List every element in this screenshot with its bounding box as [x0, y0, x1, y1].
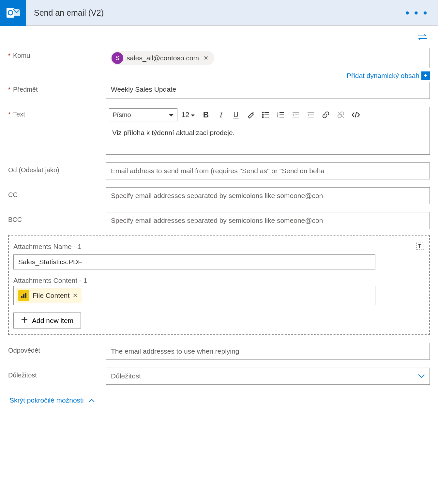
file-content-token: File Content ✕	[16, 288, 82, 303]
unlink-button[interactable]	[334, 108, 348, 121]
color-picker-button[interactable]	[244, 108, 258, 121]
swap-icon[interactable]	[417, 34, 427, 42]
bold-button[interactable]: B	[199, 108, 213, 121]
label-importance: Důležitost	[8, 368, 106, 379]
field-reply: Odpovědět	[8, 343, 430, 360]
token-label: File Content	[33, 292, 69, 299]
card-menu-button[interactable]: ● ● ●	[405, 8, 429, 17]
outlook-icon	[0, 0, 26, 26]
field-bcc: BCC	[8, 212, 430, 229]
to-input[interactable]: S sales_all@contoso.com ✕	[106, 48, 430, 68]
body-textarea[interactable]: Viz příloha k týdenní aktualizaci prodej…	[106, 123, 430, 154]
font-size-value: 12	[181, 111, 189, 119]
bcc-input[interactable]	[106, 212, 430, 229]
italic-button[interactable]: I	[214, 108, 228, 121]
card-title: Send an email (V2)	[34, 8, 405, 18]
add-dynamic-content-link[interactable]: Přidat dynamický obsah	[347, 72, 419, 80]
card-header: Send an email (V2) ● ● ●	[0, 0, 438, 26]
svg-point-7	[263, 117, 264, 118]
label-attachment-content: Attachments Content - 1	[13, 277, 105, 284]
svg-line-22	[355, 112, 356, 117]
remove-token-icon[interactable]: ✕	[73, 292, 78, 299]
font-picker[interactable]: Písmo	[109, 108, 177, 121]
field-cc: CC	[8, 187, 430, 204]
hide-advanced-toggle[interactable]: Skrýt pokročilé možnosti	[8, 392, 430, 411]
number-list-button[interactable]: 123	[274, 108, 288, 121]
font-picker-label: Písmo	[113, 111, 131, 119]
field-body: Text Písmo 12	[8, 107, 430, 155]
svg-text:T: T	[418, 243, 421, 249]
label-cc: CC	[8, 187, 106, 199]
card-body: Komu S sales_all@contoso.com ✕ Přidat dy…	[0, 26, 438, 414]
code-view-button[interactable]	[349, 108, 363, 121]
plus-icon	[21, 316, 28, 325]
switch-to-array-icon[interactable]: T	[415, 241, 425, 252]
label-subject: Předmět	[8, 82, 106, 93]
field-to: Komu S sales_all@contoso.com ✕ Přidat dy…	[8, 48, 430, 80]
chevron-up-icon	[88, 396, 95, 404]
svg-rect-25	[21, 296, 23, 298]
chevron-down-icon	[418, 372, 425, 380]
hide-advanced-label: Skrýt pokročilé možnosti	[9, 396, 84, 404]
attachments-group: Attachments Name - 1 T Attachments Conte…	[8, 235, 430, 335]
reply-input[interactable]	[106, 343, 430, 360]
caret-down-icon	[190, 111, 195, 119]
attachment-name-input[interactable]	[13, 254, 375, 269]
subject-input[interactable]: Weekly Sales Update	[106, 82, 430, 99]
field-from: Od (Odeslat jako)	[8, 162, 430, 179]
label-from: Od (Odeslat jako)	[8, 162, 106, 174]
svg-text:3: 3	[277, 116, 279, 118]
bullet-list-button[interactable]	[259, 108, 273, 121]
svg-point-5	[263, 115, 264, 115]
recipient-email: sales_all@contoso.com	[127, 54, 199, 62]
field-importance: Důležitost Důležitost	[8, 368, 430, 385]
caret-down-icon	[169, 111, 174, 119]
link-button[interactable]	[319, 108, 333, 121]
importance-select[interactable]: Důležitost	[106, 368, 430, 385]
label-reply: Odpovědět	[8, 343, 106, 354]
rich-text-editor: Písmo 12 B I U	[106, 107, 430, 155]
svg-rect-26	[23, 294, 24, 298]
add-new-item-button[interactable]: Add new item	[13, 313, 81, 328]
remove-recipient-icon[interactable]: ✕	[202, 54, 210, 62]
svg-point-3	[263, 112, 264, 113]
add-dynamic-content-badge[interactable]: +	[421, 71, 430, 80]
label-attachment-name: Attachments Name - 1	[13, 243, 82, 251]
indent-button[interactable]	[304, 108, 318, 121]
importance-placeholder: Důležitost	[111, 372, 141, 380]
rte-toolbar: Písmo 12 B I U	[106, 107, 430, 123]
field-subject: Předmět Weekly Sales Update	[8, 82, 430, 99]
action-card: Send an email (V2) ● ● ● Komu S sales_al…	[0, 0, 438, 414]
avatar: S	[112, 52, 123, 64]
underline-button[interactable]: U	[229, 108, 243, 121]
label-body: Text	[8, 107, 106, 118]
recipient-chip: S sales_all@contoso.com ✕	[110, 51, 214, 65]
add-item-label: Add new item	[32, 317, 73, 325]
label-bcc: BCC	[8, 212, 106, 223]
svg-rect-27	[25, 293, 26, 298]
outdent-button[interactable]	[289, 108, 303, 121]
from-input[interactable]	[106, 162, 430, 179]
attachment-content-input[interactable]: File Content ✕	[13, 286, 375, 305]
cc-input[interactable]	[106, 187, 430, 204]
powerbi-icon	[18, 290, 29, 301]
label-to: Komu	[8, 48, 106, 59]
font-size-picker[interactable]: 12	[179, 111, 198, 119]
